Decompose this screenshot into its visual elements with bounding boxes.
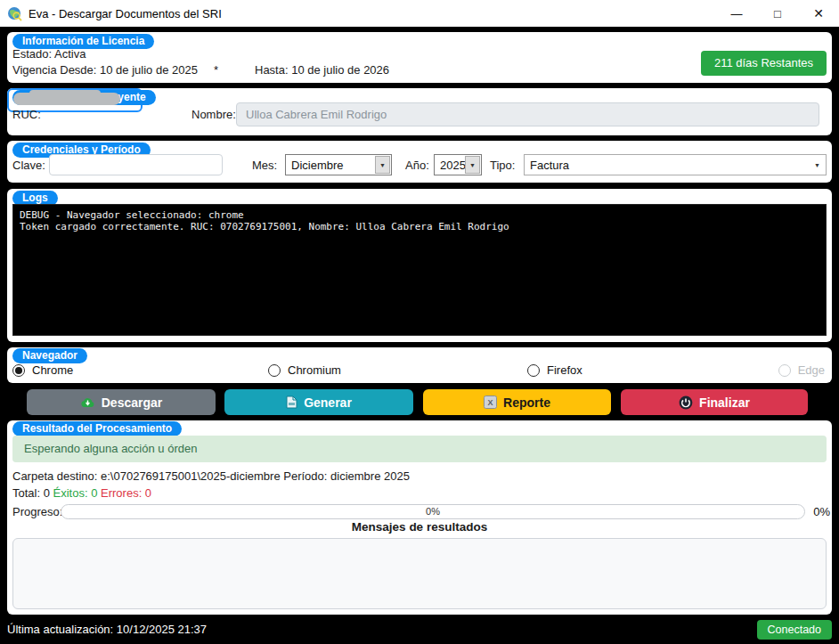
navegador-section-label: Navegador [12,348,87,363]
svg-text:X: X [488,398,493,407]
license-vigencia-desde: Vigencia Desde: 10 de julio de 2025 [12,63,198,77]
radio-unselected-icon [527,364,540,377]
contribuyente-section: Datos del Contribuyente RUC: Nombre: Ull… [7,88,832,135]
ruc-label: RUC: [12,108,41,121]
resultado-section-label: Resultado del Procesamiento [12,421,182,436]
license-separator: * [214,63,218,77]
radio-firefox-label: Firefox [547,363,582,377]
nombre-field: Ulloa Cabrera Emil Rodrigo [236,102,819,126]
credenciales-section: Credenciales y Período Clave: Mes: Dicie… [7,141,832,183]
errores-count: Errores: 0 [101,486,151,500]
status-bar: Última actualización: 10/12/2025 21:37 C… [0,615,839,644]
radio-firefox[interactable]: Firefox [527,363,582,377]
radio-edge: Edge [778,363,825,377]
generar-label: Generar [304,395,352,410]
radio-disabled-icon [778,364,791,377]
finalizar-label: Finalizar [699,395,750,410]
radio-chromium-label: Chromium [288,363,341,377]
radio-chrome[interactable]: Chrome [12,363,73,377]
radio-edge-label: Edge [798,363,825,377]
carpeta-destino: Carpeta destino: e:\0702769175001\2025-d… [12,469,410,483]
title-bar: Eva - Descargar Documentos del SRI — □ ✕ [0,0,839,27]
license-hasta: Hasta: 10 de julio de 2026 [255,63,389,77]
reporte-label: Reporte [503,395,550,410]
status-message: Esperando alguna acción u órden [12,436,827,462]
radio-chrome-label: Chrome [32,363,73,377]
ruc-redaction [13,93,120,105]
logs-section: Logs DEBUG - Navegador seleccionado: chr… [7,189,832,342]
mes-select[interactable]: Diciembre ▼ [285,154,392,175]
mensajes-box[interactable] [12,538,827,609]
clave-label: Clave: [12,159,45,172]
power-icon [679,395,693,410]
totals-row: Total: 0 Éxitos: 0 Errores: 0 [12,486,151,500]
chevron-down-icon: ▼ [375,156,390,174]
nombre-label: Nombre: [191,108,236,121]
descargar-label: Descargar [102,395,163,410]
excel-report-icon: X [484,395,497,409]
app-icon [7,6,22,21]
license-estado: Estado: Activa [12,47,86,61]
descargar-button[interactable]: Descargar [27,389,216,415]
exitos-count: Éxitos: 0 [53,486,98,500]
days-remaining-badge: 211 días Restantes [701,51,827,76]
license-section: Información de Licencia Estado: Activa V… [7,32,832,83]
radio-chromium[interactable]: Chromium [268,363,341,377]
maximize-button[interactable]: □ [757,0,798,27]
finalizar-button[interactable]: Finalizar [621,389,808,415]
last-update: Última actualización: 10/12/2025 21:37 [7,623,207,636]
resultado-section: Resultado del Procesamiento Esperando al… [7,420,832,615]
mes-label: Mes: [252,159,277,172]
tipo-value: Factura [525,159,810,172]
conectado-badge[interactable]: Conectado [757,620,832,640]
tipo-label: Tipo: [490,159,515,172]
mensajes-title: Mensajes de resultados [7,520,832,534]
chevron-down-icon: ▼ [465,156,480,174]
close-button[interactable]: ✕ [798,0,839,27]
log-line: Token cargado correctamente. RUC: 070276… [20,221,509,232]
chevron-down-icon: ▼ [810,156,825,174]
mes-value: Diciembre [286,159,375,172]
minimize-button[interactable]: — [716,0,757,27]
reporte-button[interactable]: X Reporte [423,389,611,415]
navegador-section: Navegador Chrome Chromium Firefox Edge [7,347,832,383]
app-window: Eva - Descargar Documentos del SRI — □ ✕… [0,0,839,644]
progress-percent: 0% [813,505,830,518]
anio-value: 2025 [435,159,465,172]
radio-unselected-icon [268,364,281,377]
anio-select[interactable]: 2025 ▼ [434,154,482,175]
log-console[interactable]: DEBUG - Navegador seleccionado: chrome T… [12,204,827,336]
generar-button[interactable]: Generar [224,389,413,415]
log-line: DEBUG - Navegador seleccionado: chrome [20,209,244,221]
progress-bar: 0% [61,504,805,519]
progreso-label: Progreso: [12,505,62,518]
total-count: Total: 0 [12,486,50,500]
cloud-download-icon [80,396,95,408]
pdf-document-icon [286,395,297,409]
window-title: Eva - Descargar Documentos del SRI [29,7,716,20]
anio-label: Año: [405,159,429,172]
radio-selected-icon [12,364,25,377]
clave-input[interactable] [49,154,223,175]
tipo-select[interactable]: Factura ▼ [524,154,827,175]
